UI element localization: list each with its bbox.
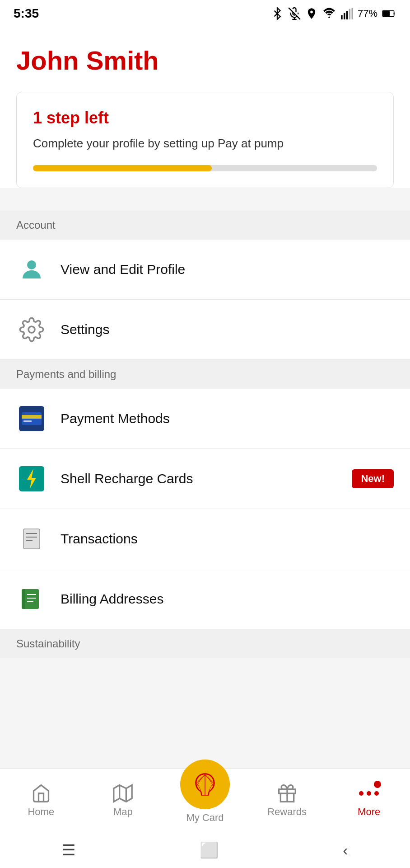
nav-mycard-label: My Card <box>186 812 224 824</box>
map-icon <box>113 783 133 803</box>
wifi-icon <box>322 7 336 20</box>
svg-rect-16 <box>22 415 42 419</box>
view-edit-profile-item[interactable]: View and Edit Profile <box>0 240 410 300</box>
payments-section-header: Payments and billing <box>0 360 410 389</box>
android-menu-button[interactable]: ☰ <box>62 841 75 859</box>
nav-map-label: Map <box>113 806 133 818</box>
nav-map[interactable]: Map <box>82 783 164 818</box>
gear-icon <box>16 314 47 345</box>
svg-rect-6 <box>346 11 348 19</box>
lightning-icon <box>16 463 47 494</box>
transactions-label: Transactions <box>61 531 138 547</box>
svg-marker-31 <box>114 785 132 802</box>
signal-icon <box>340 7 353 20</box>
person-icon <box>16 254 47 285</box>
sustainability-section-header: Sustainability <box>0 629 410 658</box>
profile-card-description: Complete your profile by setting up Pay … <box>33 135 377 152</box>
status-icons: 77% <box>271 7 396 20</box>
svg-rect-8 <box>351 8 353 19</box>
status-bar: 5:35 7 <box>0 0 410 27</box>
profile-completion-card[interactable]: 1 step left Complete your profile by set… <box>16 92 394 188</box>
mute-icon <box>288 7 301 20</box>
progress-bar-fill <box>33 165 212 171</box>
android-nav-bar: ☰ ⬜ ‹ <box>0 832 410 868</box>
settings-item[interactable]: Settings <box>0 300 410 360</box>
svg-point-12 <box>27 260 36 269</box>
bluetooth-icon <box>271 7 284 20</box>
shell-recharge-cards-label: Shell Recharge Cards <box>61 471 193 486</box>
android-home-button[interactable]: ⬜ <box>200 841 219 859</box>
location-icon <box>305 7 318 20</box>
more-notification-badge <box>374 781 381 788</box>
payment-methods-label: Payment Methods <box>61 411 170 426</box>
shell-recharge-cards-item[interactable]: Shell Recharge Cards New! <box>0 449 410 509</box>
nav-more-label: More <box>358 806 380 818</box>
svg-rect-4 <box>341 15 343 19</box>
nav-rewards[interactable]: Rewards <box>246 783 328 818</box>
gift-icon <box>277 783 297 803</box>
settings-label: Settings <box>61 322 109 337</box>
battery-icon <box>382 7 396 20</box>
progress-bar-container <box>33 165 377 171</box>
billing-addresses-label: Billing Addresses <box>61 591 163 607</box>
billing-addresses-item[interactable]: Billing Addresses <box>0 569 410 629</box>
dots-icon <box>359 791 379 796</box>
nav-rewards-label: Rewards <box>267 806 307 818</box>
nav-home-label: Home <box>28 806 54 818</box>
status-time: 5:35 <box>14 6 39 21</box>
svg-rect-21 <box>23 529 40 549</box>
receipt-icon <box>16 524 47 554</box>
book-icon <box>16 584 47 614</box>
card-icon <box>16 403 47 434</box>
home-icon <box>31 783 51 803</box>
view-edit-profile-label: View and Edit Profile <box>61 262 185 277</box>
shell-logo-icon <box>191 770 219 798</box>
profile-card-title: 1 step left <box>33 108 377 127</box>
android-back-button[interactable]: ‹ <box>343 841 348 859</box>
svg-rect-10 <box>383 11 390 16</box>
nav-home[interactable]: Home <box>0 783 82 818</box>
bottom-nav: Home Map My Card <box>0 769 410 832</box>
main-content: John Smith 1 step left Complete your pro… <box>0 27 410 188</box>
account-section-header: Account <box>0 211 410 240</box>
transactions-item[interactable]: Transactions <box>0 509 410 569</box>
battery-text: 77% <box>358 8 377 19</box>
user-name: John Smith <box>16 45 394 75</box>
payment-methods-item[interactable]: Payment Methods <box>0 389 410 449</box>
mycard-button[interactable] <box>180 760 230 809</box>
svg-rect-7 <box>349 9 351 19</box>
svg-point-13 <box>28 326 35 333</box>
svg-rect-5 <box>344 13 345 19</box>
svg-rect-27 <box>22 589 25 609</box>
svg-point-3 <box>328 16 330 18</box>
svg-rect-17 <box>23 420 32 422</box>
new-badge: New! <box>352 469 394 488</box>
nav-mycard[interactable]: My Card <box>164 778 246 824</box>
nav-more[interactable]: More <box>328 783 410 818</box>
